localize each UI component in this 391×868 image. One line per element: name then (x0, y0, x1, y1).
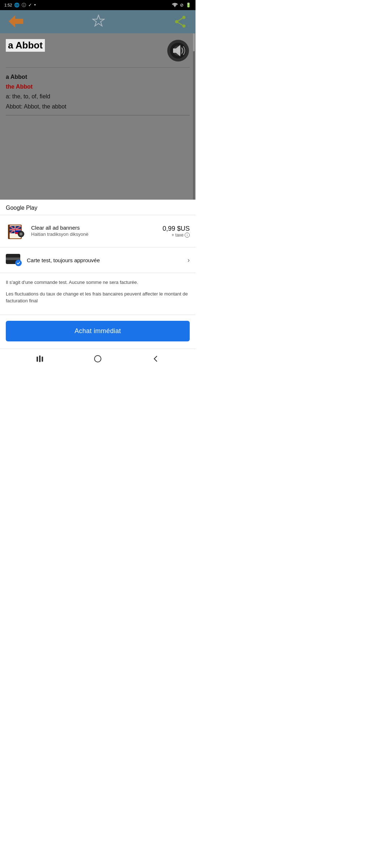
dnd-icon: ⊘ (180, 3, 184, 8)
dot-icon: • (34, 3, 35, 8)
product-row: Clear all ad banners Haitian tradiksyon … (0, 215, 196, 247)
dictionary-title: a Abbot (6, 39, 45, 52)
translate-icon: 🌐 (14, 3, 20, 8)
task-icon: ✓ (28, 3, 32, 8)
payment-icon-wrap (6, 254, 22, 266)
svg-rect-29 (8, 225, 10, 239)
status-bar: 1:52 🌐 ⓘ ✓ • ⊘ 🔋 (0, 0, 196, 10)
product-subtitle: Haitian tradiksyon diksyonè (31, 231, 157, 238)
product-name: Clear all ad banners (31, 225, 157, 231)
wifi-icon (172, 3, 178, 8)
back-nav-button[interactable] (150, 353, 162, 367)
dictionary-content: a Abbot a Abbot the Abbot a: the, to, of… (0, 33, 196, 200)
disclaimer-section: Il s'agit d'une commande test. Aucune so… (0, 273, 196, 315)
chevron-right-icon: › (188, 256, 190, 264)
svg-marker-2 (93, 15, 104, 26)
share-icon (174, 15, 187, 28)
disclaimer-text-2: Les fluctuations du taux de change et le… (6, 290, 190, 305)
status-right: ⊘ 🔋 (172, 3, 191, 8)
word-red-line: the Abbot (6, 82, 190, 92)
svg-rect-30 (37, 357, 38, 362)
status-left: 1:52 🌐 ⓘ ✓ • (4, 2, 36, 8)
back-button[interactable] (7, 14, 25, 30)
tax-info-icon[interactable]: i (185, 233, 190, 238)
star-icon (92, 17, 105, 30)
svg-line-6 (177, 17, 184, 22)
dictionary-body: a Abbot the Abbot a: the, to, of, field … (6, 72, 190, 115)
payment-row[interactable]: Carte test, toujours approuvée › (0, 247, 196, 273)
google-play-label: Google Play (6, 205, 37, 211)
app-toolbar (0, 10, 196, 33)
svg-marker-1 (9, 15, 23, 27)
svg-rect-32 (42, 357, 43, 362)
definition-line1: a: the, to, of, field (6, 92, 190, 101)
word-bold-line: a Abbot (6, 72, 190, 82)
buy-button-section: Achat immédiat (0, 315, 196, 349)
product-price-block: 0,99 $US + taxe i (163, 225, 190, 238)
svg-point-28 (20, 233, 22, 235)
definition-line2: Abbot: Abbot, the abbot (6, 102, 190, 111)
home-button[interactable] (92, 353, 104, 367)
battery-icon: 🔋 (186, 3, 191, 8)
product-price: 0,99 $US (163, 225, 190, 233)
recent-apps-button[interactable] (34, 353, 46, 367)
google-play-header: Google Play (0, 200, 196, 215)
svg-point-33 (94, 356, 101, 362)
nav-bar (0, 349, 196, 370)
svg-point-0 (175, 6, 175, 7)
svg-rect-31 (39, 356, 41, 362)
buy-button[interactable]: Achat immédiat (6, 321, 190, 341)
payment-label: Carte test, toujours approuvée (27, 257, 182, 263)
product-icon (6, 221, 26, 241)
info-icon: ⓘ (22, 2, 26, 8)
product-info: Clear all ad banners Haitian tradiksyon … (31, 225, 157, 238)
speaker-button[interactable] (167, 39, 190, 64)
dictionary-title-row: a Abbot (6, 39, 190, 68)
disclaimer-text-1: Il s'agit d'une commande test. Aucune so… (6, 279, 190, 286)
scroll-bar[interactable] (193, 33, 195, 200)
google-play-section: Google Play (0, 200, 196, 349)
dict-divider (6, 115, 190, 115)
scroll-thumb (193, 33, 195, 51)
time-display: 1:52 (4, 3, 12, 7)
card-check-icon (15, 260, 22, 266)
svg-line-7 (177, 22, 184, 26)
favorite-button[interactable] (91, 13, 106, 31)
product-tax: + taxe i (163, 233, 190, 238)
share-button[interactable] (172, 14, 188, 30)
